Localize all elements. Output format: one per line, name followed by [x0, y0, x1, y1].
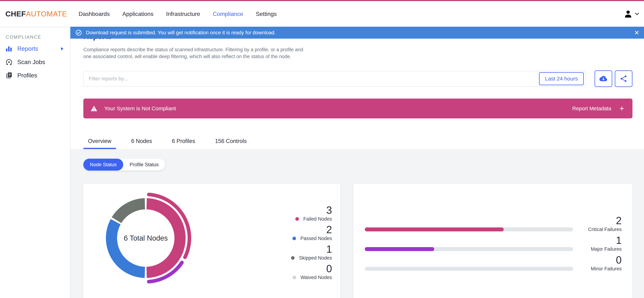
donut-center-label: 6 Total Nodes — [99, 234, 193, 242]
legend-item-failed: 3 Failed Nodes — [291, 205, 332, 222]
filter-placeholder: Filter reports by... — [89, 76, 128, 82]
critical-failures-bar — [365, 227, 573, 231]
passed-dot-icon — [292, 237, 296, 240]
download-notification-banner: Download request is submitted. You will … — [70, 27, 644, 39]
sidebar-item-reports[interactable]: Reports — [0, 42, 70, 55]
nav-applications[interactable]: Applications — [122, 11, 154, 17]
legend-item-waived: 0 Waived Nodes — [291, 263, 332, 281]
cloud-download-icon — [599, 76, 608, 82]
report-metadata-toggle[interactable]: Report Metadata + — [572, 105, 624, 112]
check-circle-icon — [76, 30, 82, 36]
major-failures-bar — [365, 247, 573, 251]
primary-nav: Dashboards Applications Infrastructure C… — [79, 11, 277, 17]
radar-icon — [6, 59, 13, 66]
person-icon — [624, 10, 632, 18]
sidebar-section-label: COMPLIANCE — [0, 32, 70, 42]
reports-header-section: Reports Compliance reports describe the … — [70, 27, 644, 149]
failure-severity-card: 2 Critical Failures 1 Major Failures — [354, 184, 633, 298]
notification-message: Download request is submitted. You will … — [86, 30, 276, 36]
toggle-node-status[interactable]: Node Status — [83, 159, 123, 171]
bar-chart-icon — [6, 45, 13, 52]
nav-dashboards[interactable]: Dashboards — [79, 11, 110, 17]
node-status-legend: 3 Failed Nodes 2 Passed Nodes — [291, 184, 340, 298]
legend-item-skipped: 1 Skipped Nodes — [291, 244, 332, 261]
node-status-donut-chart: 6 Total Nodes — [99, 191, 193, 285]
severity-row-minor: 0 Minor Failures — [365, 255, 622, 272]
documents-icon — [6, 72, 13, 79]
filter-reports-input[interactable]: Filter reports by... Last 24 hours — [83, 71, 586, 87]
close-icon[interactable]: ✕ — [634, 30, 640, 36]
sidebar-item-label: Profiles — [17, 72, 37, 79]
tab-overview[interactable]: Overview — [83, 134, 116, 149]
plus-icon: + — [620, 105, 624, 112]
logo-automate: AUTOMATE — [26, 10, 67, 18]
severity-row-major: 1 Major Failures — [365, 235, 622, 253]
overview-section: Node Status Profile Status 6 Total Nodes — [70, 149, 644, 298]
download-report-button[interactable] — [594, 70, 612, 87]
logo-chef: CHEF — [6, 10, 26, 18]
main-content: Reports Compliance reports describe the … — [70, 27, 644, 298]
chevron-right-icon — [60, 47, 64, 51]
report-tabs: Overview 6 Nodes 6 Profiles 156 Controls — [83, 134, 632, 149]
chef-automate-logo[interactable]: CHEFAUTOMATE — [6, 10, 67, 18]
tab-nodes[interactable]: 6 Nodes — [126, 134, 156, 149]
legend-item-passed: 2 Passed Nodes — [291, 224, 332, 242]
minor-failures-bar — [365, 267, 573, 271]
sidebar-item-profiles[interactable]: Profiles — [0, 69, 70, 82]
skipped-dot-icon — [291, 256, 294, 260]
sidebar-item-scan-jobs[interactable]: Scan Jobs — [0, 55, 70, 69]
nav-infrastructure[interactable]: Infrastructure — [166, 11, 200, 17]
severity-row-critical: 2 Critical Failures — [365, 215, 622, 233]
node-status-card: 6 Total Nodes 3 Failed Nodes — [83, 184, 340, 298]
page-description: Compliance reports describe the status o… — [83, 46, 632, 60]
chef-automate-app: CHEFAUTOMATE Dashboards Applications Inf… — [0, 0, 644, 298]
tab-profiles[interactable]: 6 Profiles — [167, 134, 200, 149]
failed-dot-icon — [295, 217, 299, 221]
user-menu[interactable] — [624, 10, 639, 18]
filter-row: Filter reports by... Last 24 hours — [83, 70, 632, 87]
share-icon — [620, 75, 627, 82]
sidebar-item-label: Scan Jobs — [17, 59, 45, 66]
warning-triangle-icon — [90, 105, 98, 112]
navbar: CHEFAUTOMATE Dashboards Applications Inf… — [0, 1, 644, 27]
nav-compliance[interactable]: Compliance — [213, 11, 243, 17]
nav-settings[interactable]: Settings — [256, 11, 277, 17]
compliance-status-text: Your System is Not Compliant — [104, 105, 176, 112]
share-button[interactable] — [615, 70, 632, 87]
time-range-button[interactable]: Last 24 hours — [539, 72, 584, 85]
waived-dot-icon — [292, 276, 296, 279]
report-metadata-label: Report Metadata — [572, 106, 611, 112]
sidebar: COMPLIANCE Reports — [0, 27, 70, 298]
compliance-status-banner: Your System is Not Compliant Report Meta… — [83, 99, 632, 118]
chevron-down-icon — [635, 13, 639, 15]
sidebar-item-label: Reports — [17, 45, 38, 52]
status-toggle: Node Status Profile Status — [83, 159, 165, 171]
toggle-profile-status[interactable]: Profile Status — [123, 159, 165, 171]
tab-controls[interactable]: 156 Controls — [210, 134, 252, 149]
